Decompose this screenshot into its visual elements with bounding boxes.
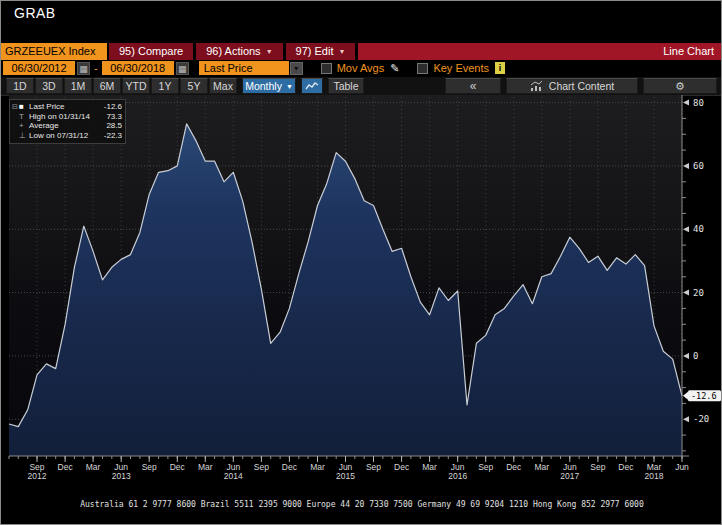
legend-value: 28.5 — [106, 121, 122, 131]
svg-text:Mar: Mar — [422, 462, 437, 472]
svg-text:2017: 2017 — [560, 471, 579, 481]
legend-high-marker-icon: T — [19, 112, 29, 122]
svg-text:2012: 2012 — [28, 471, 47, 481]
range-button-1d[interactable]: 1D — [6, 78, 34, 94]
actions-menu-button[interactable]: 96) Actions ▼ — [194, 43, 283, 60]
range-button-group: 1D3D1M6MYTD1Y5YMax — [5, 78, 237, 94]
date-range-separator: - — [94, 62, 98, 74]
mov-avgs-label: Mov Avgs — [337, 62, 385, 74]
chart-view-label: Line Chart — [663, 43, 721, 60]
price-field-select[interactable]: Last Price — [199, 61, 289, 75]
chart-content-icon — [530, 81, 543, 91]
svg-text:-20: -20 — [693, 414, 709, 424]
chart-area[interactable]: 806040200-20Sep2012DecMarJun2013SepDecMa… — [1, 95, 722, 487]
chart-settings-bar: 06/30/2012 ▦ - 06/30/2018 ▦ Last Price ▼… — [1, 60, 721, 76]
security-ticker-tab[interactable]: GRZEEUEX Index — [1, 43, 107, 60]
calendar-icon[interactable]: ▦ — [77, 62, 90, 75]
svg-text:Sep: Sep — [366, 462, 381, 472]
line-chart-type-button[interactable] — [301, 78, 323, 94]
svg-text:2013: 2013 — [112, 471, 131, 481]
legend-label: Last Price — [29, 102, 104, 112]
command-bar: GRZEEUEX Index 95) Compare 96) Actions ▼… — [1, 43, 721, 60]
chart-legend[interactable]: ⊟ ■ Last Price -12.6 T High on 01/31/14 … — [9, 99, 126, 144]
svg-text:Jun: Jun — [675, 462, 689, 472]
legend-row-last-price[interactable]: ⊟ ■ Last Price -12.6 — [12, 102, 122, 112]
chart-content-button[interactable]: Chart Content — [506, 78, 638, 94]
svg-text:-12.6: -12.6 — [691, 391, 717, 401]
legend-low-marker-icon: ⊥ — [19, 131, 29, 141]
svg-text:Sep: Sep — [590, 462, 605, 472]
legend-average-marker-icon: + — [19, 121, 29, 131]
svg-text:Dec: Dec — [282, 462, 298, 472]
svg-text:Dec: Dec — [170, 462, 186, 472]
svg-text:Dec: Dec — [394, 462, 410, 472]
legend-label: Low on 07/31/12 — [29, 131, 104, 141]
compare-label: 95) Compare — [119, 43, 183, 60]
actions-label: 96) Actions — [206, 43, 260, 60]
key-events-checkbox[interactable] — [417, 63, 428, 74]
range-button-1m[interactable]: 1M — [64, 78, 92, 94]
legend-value: -22.3 — [104, 131, 122, 141]
period-dropdown[interactable]: Monthly ▼ — [242, 78, 296, 94]
chevron-down-icon: ▼ — [266, 43, 273, 60]
legend-square-marker-icon: ■ — [19, 102, 29, 112]
range-button-ytd[interactable]: YTD — [122, 78, 150, 94]
svg-text:0: 0 — [693, 351, 698, 361]
svg-text:Sep: Sep — [478, 462, 493, 472]
period-label: Monthly — [245, 79, 282, 94]
edit-label: 97) Edit — [296, 43, 334, 60]
price-field-caret-button[interactable]: ▼ — [290, 62, 303, 75]
range-button-1y[interactable]: 1Y — [151, 78, 179, 94]
svg-text:2016: 2016 — [448, 471, 467, 481]
legend-tree-icon[interactable]: ⊟ — [12, 102, 19, 112]
svg-text:2018: 2018 — [645, 471, 664, 481]
start-date-input[interactable]: 06/30/2012 — [3, 61, 75, 75]
legend-value: -12.6 — [104, 102, 122, 112]
chart-toolbar: 1D3D1M6MYTD1Y5YMax Monthly ▼ Table « Cha… — [1, 77, 721, 96]
legend-label: High on 01/31/14 — [29, 112, 106, 122]
range-button-max[interactable]: Max — [209, 78, 237, 94]
svg-text:Mar: Mar — [198, 462, 213, 472]
line-chart-icon — [305, 81, 319, 91]
mov-avgs-checkbox[interactable] — [321, 63, 332, 74]
svg-text:2014: 2014 — [224, 471, 243, 481]
svg-text:Dec: Dec — [618, 462, 634, 472]
svg-text:Sep: Sep — [142, 462, 157, 472]
range-button-6m[interactable]: 6M — [93, 78, 121, 94]
pencil-icon[interactable]: ✎ — [390, 62, 399, 75]
gear-icon: ⚙ — [675, 80, 685, 92]
footer-contact-line-1: Australia 61 2 9777 8600 Brazil 5511 239… — [1, 500, 722, 509]
price-chart-svg[interactable]: 806040200-20Sep2012DecMarJun2013SepDecMa… — [1, 95, 722, 487]
edit-menu-button[interactable]: 97) Edit ▼ — [284, 43, 357, 60]
info-badge-icon[interactable]: i — [495, 62, 505, 74]
legend-row-low[interactable]: ⊥ Low on 07/31/12 -22.3 — [12, 131, 122, 141]
table-button[interactable]: Table — [328, 78, 364, 94]
svg-text:20: 20 — [693, 288, 704, 298]
legend-label: Average — [29, 121, 106, 131]
end-date-input[interactable]: 06/30/2018 — [102, 61, 174, 75]
legend-row-high[interactable]: T High on 01/31/14 73.3 — [12, 112, 122, 122]
range-button-5y[interactable]: 5Y — [180, 78, 208, 94]
function-title: GRAB — [14, 5, 56, 21]
chevron-down-icon: ▼ — [338, 43, 345, 60]
svg-text:Sep: Sep — [254, 462, 269, 472]
svg-text:Dec: Dec — [58, 462, 74, 472]
chevron-down-icon: ▼ — [286, 79, 293, 94]
terminal-footer: Australia 61 2 9777 8600 Brazil 5511 239… — [1, 482, 722, 512]
svg-text:60: 60 — [693, 161, 704, 171]
collapse-panel-button[interactable]: « — [445, 78, 501, 94]
svg-text:Dec: Dec — [506, 462, 522, 472]
key-events-label: Key Events — [433, 62, 489, 74]
legend-value: 73.3 — [106, 112, 122, 122]
chart-content-label: Chart Content — [549, 79, 614, 94]
svg-text:Mar: Mar — [310, 462, 325, 472]
last-price-tag: -12.6 — [683, 390, 721, 401]
range-button-3d[interactable]: 3D — [35, 78, 63, 94]
settings-gear-button[interactable]: ⚙ — [643, 78, 717, 94]
calendar-icon[interactable]: ▦ — [176, 62, 189, 75]
title-bar: GRAB — [1, 1, 721, 25]
legend-row-average[interactable]: + Average 28.5 — [12, 121, 122, 131]
svg-text:Mar: Mar — [86, 462, 101, 472]
compare-button[interactable]: 95) Compare — [107, 43, 194, 60]
bloomberg-terminal-window: GRAB GRZEEUEX Index 95) Compare 96) Acti… — [0, 0, 722, 525]
